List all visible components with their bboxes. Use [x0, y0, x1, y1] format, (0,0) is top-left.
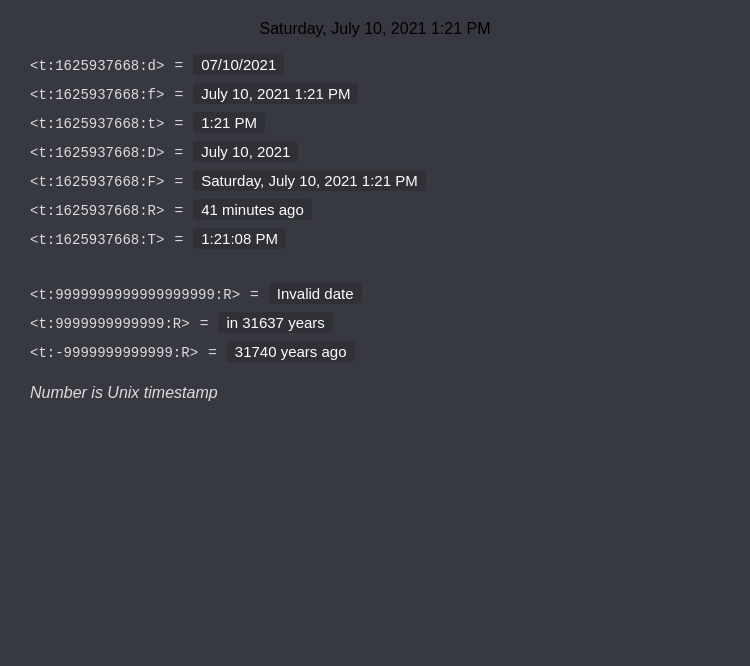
tooltip: Saturday, July 10, 2021 1:21 PM [260, 20, 491, 38]
equals-symbol: = [174, 230, 183, 247]
table-row: <t:1625937668:D>=July 10, 2021 [30, 139, 720, 164]
value-badge: Saturday, July 10, 2021 1:21 PM [193, 170, 426, 191]
code-label: <t:-9999999999999:R> [30, 345, 198, 361]
value-badge: July 10, 2021 1:21 PM [193, 83, 358, 104]
value-badge: July 10, 2021 [193, 141, 298, 162]
code-label: <t:9999999999999:R> [30, 316, 190, 332]
table-row: <t:1625937668:F>=Saturday, July 10, 2021… [30, 168, 720, 193]
value-badge: 41 minutes ago [193, 199, 312, 220]
footer: Number is Unix timestamp [30, 384, 720, 402]
code-label: <t:9999999999999999999:R> [30, 287, 240, 303]
code-label: <t:1625937668:t> [30, 116, 164, 132]
table-row: <t:1625937668:t>=1:21 PM [30, 110, 720, 135]
table-row: <t:-9999999999999:R>=31740 years ago [30, 339, 720, 364]
table-row: <t:9999999999999999999:R>=Invalid date [30, 281, 720, 306]
code-label: <t:1625937668:f> [30, 87, 164, 103]
equals-symbol: = [174, 201, 183, 218]
footer-text: Number is Unix timestamp [30, 384, 218, 401]
tooltip-label: Saturday, July 10, 2021 1:21 PM [260, 20, 491, 37]
code-label: <t:1625937668:D> [30, 145, 164, 161]
value-badge: Invalid date [269, 283, 362, 304]
value-badge: 07/10/2021 [193, 54, 284, 75]
equals-symbol: = [174, 85, 183, 102]
equals-symbol: = [174, 143, 183, 160]
value-badge: 1:21:08 PM [193, 228, 286, 249]
code-label: <t:1625937668:d> [30, 58, 164, 74]
equals-symbol: = [250, 285, 259, 302]
equals-symbol: = [174, 172, 183, 189]
value-badge: 31740 years ago [227, 341, 355, 362]
equals-symbol: = [174, 114, 183, 131]
value-badge: 1:21 PM [193, 112, 265, 133]
code-label: <t:1625937668:F> [30, 174, 164, 190]
table-row: <t:1625937668:f>=July 10, 2021 1:21 PM [30, 81, 720, 106]
table-row: <t:1625937668:d>=07/10/2021 [30, 52, 720, 77]
rows-container-2: <t:9999999999999999999:R>=Invalid date<t… [30, 281, 720, 364]
table-row: <t:1625937668:T>=1:21:08 PM [30, 226, 720, 251]
table-row: <t:9999999999999:R>=in 31637 years [30, 310, 720, 335]
equals-symbol: = [200, 314, 209, 331]
table-row: <t:1625937668:R>=41 minutes ago [30, 197, 720, 222]
value-badge: in 31637 years [218, 312, 332, 333]
rows-container: <t:1625937668:d>=07/10/2021<t:1625937668… [30, 52, 720, 251]
code-label: <t:1625937668:R> [30, 203, 164, 219]
code-label: <t:1625937668:T> [30, 232, 164, 248]
equals-symbol: = [174, 56, 183, 73]
equals-symbol: = [208, 343, 217, 360]
